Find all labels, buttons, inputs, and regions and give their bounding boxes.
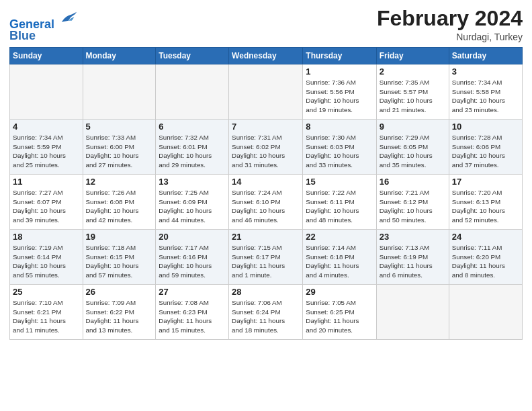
logo: General Blue	[9, 9, 78, 43]
calendar-cell: 4Sunrise: 7:34 AMSunset: 5:59 PMDaylight…	[10, 119, 83, 174]
day-info: Sunrise: 7:27 AMSunset: 6:07 PMDaylight:…	[13, 188, 80, 225]
day-number: 27	[159, 287, 226, 297]
day-info: Sunrise: 7:32 AMSunset: 6:01 PMDaylight:…	[159, 133, 226, 170]
calendar-week-row: 18Sunrise: 7:19 AMSunset: 6:14 PMDayligh…	[10, 229, 523, 284]
day-info: Sunrise: 7:19 AMSunset: 6:14 PMDaylight:…	[13, 243, 80, 280]
calendar-header-monday: Monday	[83, 47, 156, 64]
calendar-cell	[83, 64, 156, 119]
calendar-table: SundayMondayTuesdayWednesdayThursdayFrid…	[9, 47, 523, 340]
day-number: 28	[232, 287, 300, 297]
calendar-cell: 6Sunrise: 7:32 AMSunset: 6:01 PMDaylight…	[156, 119, 229, 174]
calendar-cell: 11Sunrise: 7:27 AMSunset: 6:07 PMDayligh…	[10, 174, 83, 229]
calendar-cell: 19Sunrise: 7:18 AMSunset: 6:15 PMDayligh…	[83, 229, 156, 284]
day-number: 10	[452, 122, 519, 132]
calendar-header-sunday: Sunday	[10, 47, 83, 64]
day-number: 15	[306, 177, 373, 187]
calendar-week-row: 1Sunrise: 7:36 AMSunset: 5:56 PMDaylight…	[10, 64, 523, 119]
day-number: 2	[380, 66, 446, 77]
day-number: 24	[452, 232, 519, 242]
day-info: Sunrise: 7:08 AMSunset: 6:23 PMDaylight:…	[159, 298, 226, 335]
day-info: Sunrise: 7:24 AMSunset: 6:10 PMDaylight:…	[232, 188, 300, 225]
day-info: Sunrise: 7:26 AMSunset: 6:08 PMDaylight:…	[86, 188, 153, 225]
day-info: Sunrise: 7:31 AMSunset: 6:02 PMDaylight:…	[232, 133, 300, 170]
calendar-cell: 9Sunrise: 7:29 AMSunset: 6:05 PMDaylight…	[376, 119, 449, 174]
day-number: 14	[232, 177, 300, 187]
title-area: February 2024 Nurdagi, Turkey	[377, 7, 523, 42]
calendar-cell: 21Sunrise: 7:15 AMSunset: 6:17 PMDayligh…	[229, 229, 303, 284]
day-number: 26	[86, 287, 153, 297]
day-info: Sunrise: 7:30 AMSunset: 6:03 PMDaylight:…	[306, 133, 373, 170]
subtitle: Nurdagi, Turkey	[377, 32, 523, 42]
calendar-cell: 28Sunrise: 7:06 AMSunset: 6:24 PMDayligh…	[229, 284, 303, 339]
day-number: 18	[13, 232, 80, 242]
calendar-cell	[10, 64, 83, 119]
day-number: 22	[306, 232, 373, 242]
day-info: Sunrise: 7:13 AMSunset: 6:19 PMDaylight:…	[380, 243, 446, 280]
day-info: Sunrise: 7:29 AMSunset: 6:05 PMDaylight:…	[380, 133, 446, 170]
calendar-cell: 1Sunrise: 7:36 AMSunset: 5:56 PMDaylight…	[303, 64, 376, 119]
day-info: Sunrise: 7:18 AMSunset: 6:15 PMDaylight:…	[86, 243, 153, 280]
day-info: Sunrise: 7:11 AMSunset: 6:20 PMDaylight:…	[452, 243, 519, 280]
calendar-cell: 7Sunrise: 7:31 AMSunset: 6:02 PMDaylight…	[229, 119, 303, 174]
calendar-cell: 5Sunrise: 7:33 AMSunset: 6:00 PMDaylight…	[83, 119, 156, 174]
calendar-cell: 27Sunrise: 7:08 AMSunset: 6:23 PMDayligh…	[156, 284, 229, 339]
day-info: Sunrise: 7:17 AMSunset: 6:16 PMDaylight:…	[159, 243, 226, 280]
day-number: 23	[380, 232, 446, 242]
day-info: Sunrise: 7:09 AMSunset: 6:22 PMDaylight:…	[86, 298, 153, 335]
calendar-cell: 24Sunrise: 7:11 AMSunset: 6:20 PMDayligh…	[449, 229, 522, 284]
calendar-header-saturday: Saturday	[449, 47, 522, 64]
day-info: Sunrise: 7:20 AMSunset: 6:13 PMDaylight:…	[452, 188, 519, 225]
day-number: 13	[159, 177, 226, 187]
day-number: 21	[232, 232, 300, 242]
day-number: 16	[380, 177, 446, 187]
day-number: 20	[159, 232, 226, 242]
page: General Blue February 2024 Nurdagi, Turk…	[0, 0, 532, 411]
day-number: 9	[380, 122, 446, 132]
calendar-header-tuesday: Tuesday	[156, 47, 229, 64]
calendar-cell: 10Sunrise: 7:28 AMSunset: 6:06 PMDayligh…	[449, 119, 522, 174]
calendar-header-thursday: Thursday	[303, 47, 376, 64]
calendar-cell: 2Sunrise: 7:35 AMSunset: 5:57 PMDaylight…	[376, 64, 449, 119]
calendar-cell: 29Sunrise: 7:05 AMSunset: 6:25 PMDayligh…	[303, 284, 376, 339]
day-number: 12	[86, 177, 153, 187]
calendar-cell	[376, 284, 449, 339]
calendar-cell: 15Sunrise: 7:22 AMSunset: 6:11 PMDayligh…	[303, 174, 376, 229]
day-number: 5	[86, 122, 153, 132]
calendar-cell: 3Sunrise: 7:34 AMSunset: 5:58 PMDaylight…	[449, 64, 522, 119]
day-number: 17	[452, 177, 519, 187]
calendar-header-wednesday: Wednesday	[229, 47, 303, 64]
day-number: 3	[452, 66, 519, 77]
day-info: Sunrise: 7:34 AMSunset: 5:58 PMDaylight:…	[452, 78, 519, 115]
day-info: Sunrise: 7:22 AMSunset: 6:11 PMDaylight:…	[306, 188, 373, 225]
day-info: Sunrise: 7:35 AMSunset: 5:57 PMDaylight:…	[380, 78, 446, 115]
calendar-cell: 16Sunrise: 7:21 AMSunset: 6:12 PMDayligh…	[376, 174, 449, 229]
day-info: Sunrise: 7:33 AMSunset: 6:00 PMDaylight:…	[86, 133, 153, 170]
day-number: 29	[306, 287, 373, 297]
logo-text: General	[9, 9, 78, 32]
day-info: Sunrise: 7:36 AMSunset: 5:56 PMDaylight:…	[306, 78, 373, 115]
calendar-header-friday: Friday	[376, 47, 449, 64]
calendar-cell: 12Sunrise: 7:26 AMSunset: 6:08 PMDayligh…	[83, 174, 156, 229]
day-number: 7	[232, 122, 300, 132]
calendar-cell: 26Sunrise: 7:09 AMSunset: 6:22 PMDayligh…	[83, 284, 156, 339]
calendar-cell: 22Sunrise: 7:14 AMSunset: 6:18 PMDayligh…	[303, 229, 376, 284]
calendar-header-row: SundayMondayTuesdayWednesdayThursdayFrid…	[10, 47, 523, 64]
calendar-cell: 25Sunrise: 7:10 AMSunset: 6:21 PMDayligh…	[10, 284, 83, 339]
calendar-cell: 17Sunrise: 7:20 AMSunset: 6:13 PMDayligh…	[449, 174, 522, 229]
calendar-week-row: 25Sunrise: 7:10 AMSunset: 6:21 PMDayligh…	[10, 284, 523, 339]
calendar-cell: 13Sunrise: 7:25 AMSunset: 6:09 PMDayligh…	[156, 174, 229, 229]
calendar-week-row: 4Sunrise: 7:34 AMSunset: 5:59 PMDaylight…	[10, 119, 523, 174]
day-info: Sunrise: 7:05 AMSunset: 6:25 PMDaylight:…	[306, 298, 373, 335]
day-info: Sunrise: 7:15 AMSunset: 6:17 PMDaylight:…	[232, 243, 300, 280]
day-number: 19	[86, 232, 153, 242]
calendar-cell	[229, 64, 303, 119]
day-info: Sunrise: 7:34 AMSunset: 5:59 PMDaylight:…	[13, 133, 80, 170]
calendar-week-row: 11Sunrise: 7:27 AMSunset: 6:07 PMDayligh…	[10, 174, 523, 229]
main-title: February 2024	[377, 7, 523, 30]
day-info: Sunrise: 7:25 AMSunset: 6:09 PMDaylight:…	[159, 188, 226, 225]
day-info: Sunrise: 7:06 AMSunset: 6:24 PMDaylight:…	[232, 298, 300, 335]
day-number: 1	[306, 66, 373, 77]
day-number: 25	[13, 287, 80, 297]
day-number: 6	[159, 122, 226, 132]
calendar-cell: 20Sunrise: 7:17 AMSunset: 6:16 PMDayligh…	[156, 229, 229, 284]
